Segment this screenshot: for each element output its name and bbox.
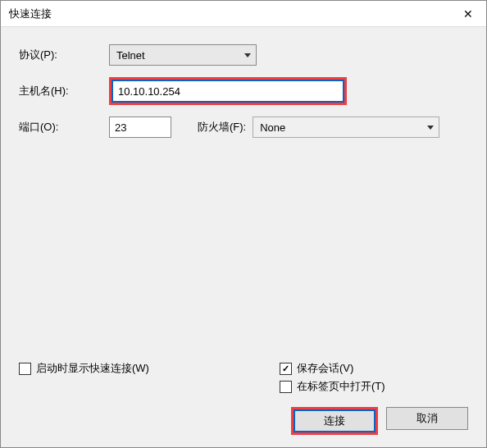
save-session-checkbox[interactable]: 保存会话(V) [280,361,468,376]
show-on-start-label: 启动时显示快速连接(W) [36,361,149,376]
open-in-tab-checkbox[interactable]: 在标签页中打开(T) [280,379,468,394]
hostname-row: 主机名(H): [19,80,468,103]
connect-highlight: 连接 [291,407,378,435]
connect-label: 连接 [324,414,345,428]
dialog-content: 协议(P): Telnet 主机名(H): 端口(O): 防火墙(F): Non… [1,27,486,447]
dialog-title: 快速连接 [9,7,52,21]
connect-button[interactable]: 连接 [294,409,375,432]
firewall-value: None [260,121,285,134]
port-input[interactable] [109,117,171,138]
check-group-left: 启动时显示快速连接(W) [19,361,149,397]
port-row: 端口(O): 防火墙(F): None [19,116,468,139]
protocol-value: Telnet [116,49,145,62]
bottom-area: 启动时显示快速连接(W) 保存会话(V) 在标签页中打开(T) [19,361,468,435]
protocol-row: 协议(P): Telnet [19,43,468,66]
save-session-label: 保存会话(V) [297,361,353,376]
firewall-label: 防火墙(F): [198,120,246,135]
checkbox-row: 启动时显示快速连接(W) 保存会话(V) 在标签页中打开(T) [19,361,468,397]
hostname-label: 主机名(H): [19,84,109,98]
checkbox-icon [280,363,292,375]
close-icon: ✕ [463,7,473,21]
port-label: 端口(O): [19,120,109,135]
protocol-select[interactable]: Telnet [109,44,257,66]
protocol-label: 协议(P): [19,48,109,62]
cancel-button[interactable]: 取消 [386,407,468,430]
open-in-tab-label: 在标签页中打开(T) [297,379,385,394]
button-row: 连接 取消 [19,407,468,435]
check-group-right: 保存会话(V) 在标签页中打开(T) [280,361,468,397]
hostname-input[interactable] [112,80,344,103]
chevron-down-icon [244,53,251,57]
show-on-start-checkbox[interactable]: 启动时显示快速连接(W) [19,361,149,376]
firewall-select[interactable]: None [253,117,439,138]
checkbox-icon [280,381,292,393]
checkbox-icon [19,363,31,375]
titlebar: 快速连接 ✕ [1,1,486,27]
hostname-highlight [109,77,347,105]
quick-connect-dialog: 快速连接 ✕ 协议(P): Telnet 主机名(H): 端口(O): 防火墙(… [0,0,487,448]
close-button[interactable]: ✕ [449,1,486,27]
cancel-label: 取消 [416,411,438,426]
chevron-down-icon [427,126,434,130]
